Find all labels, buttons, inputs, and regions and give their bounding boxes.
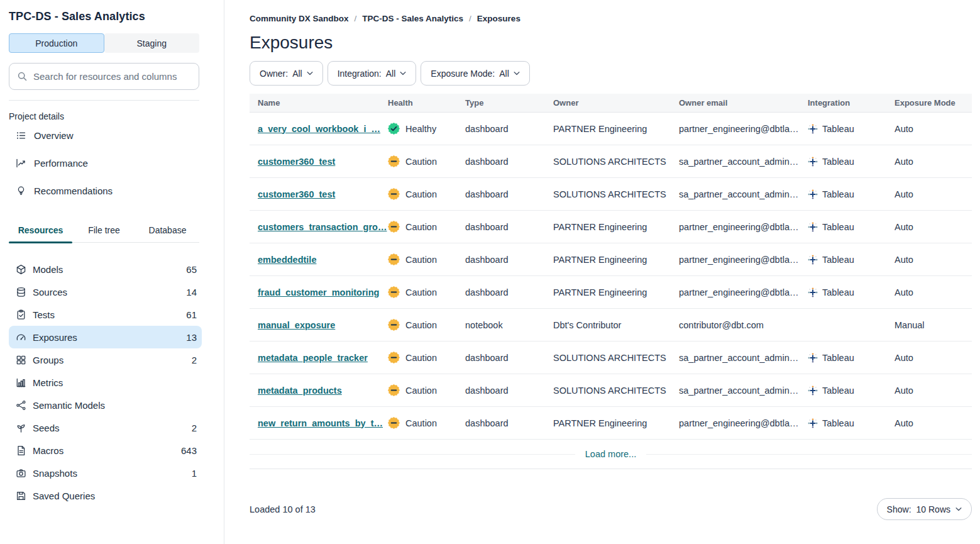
resource-label: Saved Queries — [33, 491, 95, 501]
sidebar-item-label: Overview — [34, 130, 74, 141]
table-row: fraud_customer_monitoring Caution dashbo… — [250, 276, 972, 309]
exposure-name-link[interactable]: embeddedtile — [258, 255, 316, 265]
resource-label: Seeds — [33, 423, 60, 433]
tableau-icon — [808, 353, 818, 363]
exposure-mode-cell: Auto — [895, 157, 972, 167]
tableau-icon — [808, 255, 818, 265]
integration-label: Tableau — [822, 418, 854, 428]
app-root: TPC-DS - Sales Analytics Production Stag… — [0, 0, 980, 544]
owner-email-cell: sa_partner_account_admin… — [679, 157, 808, 167]
rows-per-page-dropdown[interactable]: Show: 10 Rows — [877, 498, 972, 520]
column-header-integration: Integration — [808, 98, 895, 108]
resource-count: 65 — [186, 264, 197, 275]
integration-label: Tableau — [822, 386, 854, 396]
list-icon — [16, 130, 26, 141]
search-input[interactable] — [33, 71, 191, 82]
exposure-name-link[interactable]: fraud_customer_monitoring — [258, 287, 379, 297]
tableau-icon — [808, 222, 818, 232]
resource-count: 643 — [181, 445, 197, 456]
type-cell: dashboard — [465, 418, 553, 428]
chevron-down-icon — [307, 70, 313, 76]
camera-icon — [16, 468, 26, 479]
owner-email-cell: partner_engineering@dbtla… — [679, 287, 808, 297]
integration-cell: Tableau — [808, 287, 895, 297]
production-toggle-button[interactable]: Production — [9, 33, 104, 53]
sidebar-item-snapshots[interactable]: Snapshots 1 — [9, 462, 202, 484]
health-cell: Caution — [388, 417, 465, 429]
sidebar-item-macros[interactable]: Macros 643 — [9, 439, 202, 462]
tab-resources[interactable]: Resources — [9, 219, 72, 242]
resource-label: Sources — [33, 287, 67, 297]
load-more-link[interactable]: Load more... — [575, 449, 646, 459]
owner-cell: PARTNER Engineering — [553, 255, 679, 265]
sidebar-item-overview[interactable]: Overview — [9, 121, 199, 149]
column-header-type: Type — [465, 98, 553, 108]
column-header-name: Name — [250, 98, 388, 108]
sidebar: TPC-DS - Sales Analytics Production Stag… — [0, 0, 224, 544]
health-label: Caution — [405, 386, 437, 396]
exposure-name-link[interactable]: metadata_people_tracker — [258, 353, 368, 363]
search-icon — [17, 71, 28, 82]
tableau-icon — [808, 386, 818, 396]
staging-toggle-button[interactable]: Staging — [104, 33, 200, 53]
sidebar-item-performance[interactable]: Performance — [9, 149, 199, 177]
gauge-icon — [16, 332, 26, 343]
sidebar-item-semantic-models[interactable]: Semantic Models — [9, 394, 202, 416]
sprout-icon — [16, 423, 26, 433]
sidebar-item-tests[interactable]: Tests 61 — [9, 303, 202, 326]
database-icon — [16, 287, 26, 297]
sidebar-item-models[interactable]: Models 65 — [9, 258, 202, 280]
integration-label: Tableau — [822, 157, 854, 167]
project-details-label: Project details — [9, 111, 199, 121]
chevron-down-icon — [955, 506, 962, 512]
health-label: Healthy — [405, 124, 436, 134]
integration-label: Tableau — [822, 189, 854, 199]
table-row: a_very_cool_workbook_i_… Healthy dashboa… — [250, 113, 972, 145]
breadcrumb-account[interactable]: Community DX Sandbox — [250, 14, 349, 23]
integration-cell: Tableau — [808, 418, 895, 428]
loaded-count-text: Loaded 10 of 13 — [250, 504, 316, 514]
type-cell: dashboard — [465, 386, 553, 396]
owner-filter-dropdown[interactable]: Owner: All — [250, 61, 323, 86]
search-box[interactable] — [9, 63, 199, 90]
health-cell: Caution — [388, 319, 465, 331]
health-cell: Healthy — [388, 123, 465, 135]
integration-label: Tableau — [822, 255, 854, 265]
sidebar-item-seeds[interactable]: Seeds 2 — [9, 416, 202, 439]
type-cell: dashboard — [465, 157, 553, 167]
exposure-name-link[interactable]: manual_exposure — [258, 320, 335, 330]
exposure-name-link[interactable]: customer360_test — [258, 157, 335, 167]
cube-icon — [16, 264, 26, 275]
health-label: Caution — [405, 255, 437, 265]
tab-file-tree[interactable]: File tree — [72, 219, 136, 242]
sidebar-item-exposures[interactable]: Exposures 13 — [9, 326, 202, 348]
sidebar-item-groups[interactable]: Groups 2 — [9, 348, 202, 371]
network-icon — [16, 400, 26, 411]
save-icon — [16, 491, 26, 501]
exposure-name-link[interactable]: a_very_cool_workbook_i_… — [258, 124, 380, 134]
owner-email-cell: sa_partner_account_admin… — [679, 189, 808, 199]
health-label: Caution — [405, 353, 437, 363]
tab-database[interactable]: Database — [136, 219, 199, 242]
resource-count: 61 — [186, 309, 197, 320]
sidebar-item-recommendations[interactable]: Recommendations — [9, 177, 199, 204]
sidebar-item-sources[interactable]: Sources 14 — [9, 280, 202, 303]
exposure-name-link[interactable]: metadata_products — [258, 386, 342, 396]
table-row: new_return_amounts_by_t… Caution dashboa… — [250, 407, 972, 440]
integration-label: Tableau — [822, 124, 854, 134]
tableau-icon — [808, 418, 818, 428]
exposure-name-link[interactable]: new_return_amounts_by_t… — [258, 418, 383, 428]
sidebar-item-label: Recommendations — [34, 186, 113, 196]
sidebar-item-saved-queries[interactable]: Saved Queries — [9, 484, 202, 507]
tableau-icon — [808, 124, 818, 134]
health-label: Caution — [405, 222, 437, 232]
sidebar-item-metrics[interactable]: Metrics — [9, 371, 202, 394]
integration-filter-dropdown[interactable]: Integration: All — [328, 61, 417, 86]
exposure-mode-filter-dropdown[interactable]: Exposure Mode: All — [421, 61, 530, 86]
type-cell: notebook — [465, 320, 553, 330]
owner-email-cell: partner_engineering@dbtla… — [679, 222, 808, 232]
exposure-name-link[interactable]: customers_transaction_gro… — [258, 222, 387, 232]
breadcrumb-project[interactable]: TPC-DS - Sales Analytics — [362, 14, 463, 23]
owner-email-cell: partner_engineering@dbtla… — [679, 418, 808, 428]
exposure-name-link[interactable]: customer360_test — [258, 189, 335, 199]
